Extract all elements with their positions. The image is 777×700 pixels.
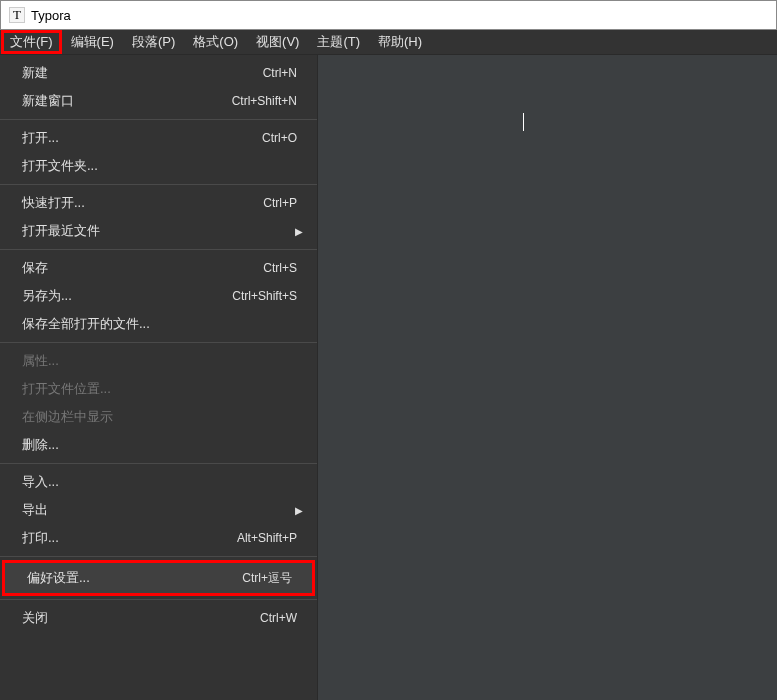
menu-preferences[interactable]: 偏好设置... Ctrl+逗号: [5, 563, 312, 593]
menu-item-label: 快速打开...: [22, 194, 263, 212]
file-dropdown: 新建 Ctrl+N 新建窗口 Ctrl+Shift+N 打开... Ctrl+O…: [0, 55, 318, 700]
menubar: 文件(F) 编辑(E) 段落(P) 格式(O) 视图(V) 主题(T) 帮助(H…: [0, 30, 777, 55]
menu-open-folder[interactable]: 打开文件夹...: [0, 152, 317, 180]
menu-item-label: 保存全部打开的文件...: [22, 315, 303, 333]
menu-properties: 属性...: [0, 347, 317, 375]
menu-item-shortcut: Ctrl+Shift+N: [232, 94, 297, 108]
menu-item-label: 新建窗口: [22, 92, 232, 110]
menu-item-label: 导出: [22, 501, 291, 519]
menu-view[interactable]: 视图(V): [247, 30, 308, 54]
menu-item-shortcut: Alt+Shift+P: [237, 531, 297, 545]
menu-item-label: 保存: [22, 259, 263, 277]
menu-item-label: 属性...: [22, 352, 303, 370]
menu-save-all[interactable]: 保存全部打开的文件...: [0, 310, 317, 338]
menu-item-label: 在侧边栏中显示: [22, 408, 303, 426]
menu-open-recent[interactable]: 打开最近文件 ▶: [0, 217, 317, 245]
menu-new[interactable]: 新建 Ctrl+N: [0, 59, 317, 87]
menu-print[interactable]: 打印... Alt+Shift+P: [0, 524, 317, 552]
menu-export[interactable]: 导出 ▶: [0, 496, 317, 524]
menu-item-shortcut: Ctrl+Shift+S: [232, 289, 297, 303]
menu-item-shortcut: Ctrl+N: [263, 66, 297, 80]
text-cursor: [523, 113, 524, 131]
menu-item-shortcut: Ctrl+O: [262, 131, 297, 145]
menu-paragraph[interactable]: 段落(P): [123, 30, 184, 54]
menu-help[interactable]: 帮助(H): [369, 30, 431, 54]
editor-area[interactable]: [318, 55, 777, 700]
menu-item-shortcut: Ctrl+S: [263, 261, 297, 275]
menu-item-label: 删除...: [22, 436, 303, 454]
menu-item-label: 打开...: [22, 129, 262, 147]
menu-item-label: 打印...: [22, 529, 237, 547]
menu-item-shortcut: Ctrl+P: [263, 196, 297, 210]
menu-open[interactable]: 打开... Ctrl+O: [0, 124, 317, 152]
menu-item-label: 另存为...: [22, 287, 232, 305]
menu-close[interactable]: 关闭 Ctrl+W: [0, 604, 317, 632]
titlebar: T Typora: [0, 0, 777, 30]
menu-theme[interactable]: 主题(T): [308, 30, 369, 54]
menu-item-label: 打开文件位置...: [22, 380, 303, 398]
menu-save-as[interactable]: 另存为... Ctrl+Shift+S: [0, 282, 317, 310]
menu-preferences-highlight: 偏好设置... Ctrl+逗号: [2, 560, 315, 596]
menu-item-label: 偏好设置...: [27, 569, 242, 587]
chevron-right-icon: ▶: [295, 505, 303, 516]
menu-delete[interactable]: 删除...: [0, 431, 317, 459]
menu-file[interactable]: 文件(F): [1, 30, 62, 54]
chevron-right-icon: ▶: [295, 226, 303, 237]
menu-import[interactable]: 导入...: [0, 468, 317, 496]
menu-quick-open[interactable]: 快速打开... Ctrl+P: [0, 189, 317, 217]
menu-item-label: 关闭: [22, 609, 260, 627]
menu-item-shortcut: Ctrl+逗号: [242, 570, 292, 587]
menu-item-label: 新建: [22, 64, 263, 82]
menu-save[interactable]: 保存 Ctrl+S: [0, 254, 317, 282]
menu-format[interactable]: 格式(O): [184, 30, 247, 54]
menu-item-label: 打开文件夹...: [22, 157, 303, 175]
app-title: Typora: [31, 8, 71, 23]
menu-item-shortcut: Ctrl+W: [260, 611, 297, 625]
menu-reveal-sidebar: 在侧边栏中显示: [0, 403, 317, 431]
menu-item-label: 打开最近文件: [22, 222, 291, 240]
menu-item-label: 导入...: [22, 473, 303, 491]
menu-open-location: 打开文件位置...: [0, 375, 317, 403]
app-icon: T: [9, 7, 25, 23]
menu-new-window[interactable]: 新建窗口 Ctrl+Shift+N: [0, 87, 317, 115]
content-area: 新建 Ctrl+N 新建窗口 Ctrl+Shift+N 打开... Ctrl+O…: [0, 55, 777, 700]
menu-edit[interactable]: 编辑(E): [62, 30, 123, 54]
